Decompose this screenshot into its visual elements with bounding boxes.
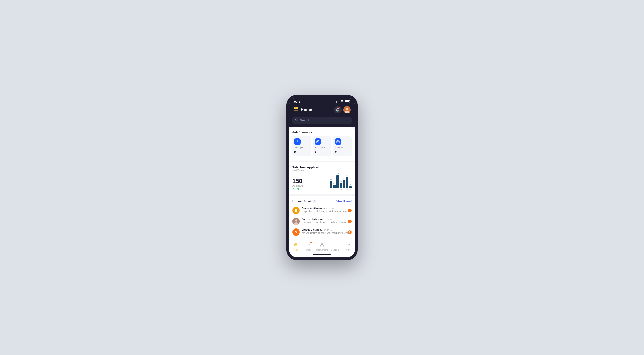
email-item-1[interactable]: Darlene Robertson 13:46 am I am writing … [292, 216, 352, 227]
svg-point-20 [294, 222, 298, 225]
applicants-left: 150 Applicant +76 [292, 178, 303, 190]
bar-col-2: 40 S [336, 173, 339, 190]
home-icon [294, 242, 298, 248]
total-job-card[interactable]: Total Job 2 [333, 136, 352, 156]
bar-col-1: 10 S [333, 182, 336, 190]
svg-rect-21 [295, 245, 296, 246]
email-name-row-0: Brooklyn Simmons 13:45 am [302, 207, 352, 210]
email-body-1: Darlene Robertson 13:46 am I am writing … [302, 218, 352, 224]
nav-more[interactable]: More [342, 242, 355, 251]
recruitment-icon [320, 242, 324, 248]
svg-rect-22 [307, 243, 311, 246]
email-preview-0: I hope this email finds you well. I am w… [302, 210, 352, 213]
notification-button[interactable] [334, 106, 342, 114]
wifi-icon [340, 100, 344, 103]
status-time: 9:41 [294, 100, 300, 103]
job-cards: Job Open 8 Job Closed [292, 136, 352, 156]
section-divider-2 [289, 194, 355, 196]
header-left: Home [293, 107, 312, 113]
email-body-0: Brooklyn Simmons 13:45 am I hope this em… [302, 207, 352, 213]
email-avatar-2: M [292, 228, 300, 236]
nav-calendar[interactable]: Calendar [329, 242, 342, 251]
nav-calendar-label: Calendar [331, 249, 340, 251]
header-title: Home [301, 108, 312, 112]
email-name-row-1: Darlene Robertson 13:46 am [302, 218, 352, 220]
email-time-2: 13:47 am [324, 229, 332, 231]
phone-device: 9:41 [286, 95, 358, 260]
job-closed-icon [315, 138, 321, 145]
applicants-label: Applicant [292, 184, 303, 187]
job-closed-card[interactable]: Job Closed 2 [313, 136, 332, 156]
nav-recruitment[interactable]: Recruitment [315, 242, 328, 251]
applicants-body: 150 Applicant +76 20 F [292, 173, 352, 190]
section-divider [289, 160, 355, 162]
email-name-0: Brooklyn Simmons [302, 207, 324, 210]
bar-col-3: 15 M [340, 181, 342, 190]
email-time-1: 13:46 am [326, 218, 334, 220]
view-unread-link[interactable]: View Unread [336, 200, 352, 203]
svg-point-30 [349, 244, 350, 245]
bar-col-0: 20 F [330, 179, 332, 190]
applicants-section: Total New Applicant Last 7 days 150 Appl… [289, 162, 355, 193]
header-right [334, 106, 351, 114]
status-icons [336, 100, 350, 103]
email-name-1: Darlene Robertson [302, 218, 324, 220]
job-summary-title: Job Summary [292, 130, 352, 134]
svg-rect-0 [294, 107, 296, 109]
svg-point-28 [346, 244, 347, 245]
job-summary-section: Job Summary Job Open 8 [289, 127, 355, 159]
email-title-row: Unread Email 3 [292, 200, 316, 203]
job-open-value: 8 [294, 150, 296, 154]
signal-icon [336, 100, 340, 103]
logo-icon [293, 107, 298, 113]
bar-col-6: 5 T [349, 184, 352, 190]
svg-line-14 [318, 142, 318, 142]
applicants-count: 150 [292, 178, 303, 184]
battery-icon [345, 100, 350, 103]
home-bar [313, 254, 331, 255]
svg-line-8 [297, 120, 298, 122]
email-section: Unread Email 3 View Unread B Brooklyn Si… [289, 196, 355, 240]
svg-point-6 [345, 111, 349, 114]
more-icon [346, 242, 350, 248]
email-body-2: Marvin McKinney 13:47 am Are you looking… [302, 228, 352, 234]
nav-inbox-label: Inbox [306, 249, 312, 251]
status-bar: 9:41 [289, 98, 355, 105]
applicants-title: Total New Applicant [292, 166, 320, 169]
svg-rect-24 [333, 243, 337, 246]
email-count-badge-1: 3 [348, 220, 352, 223]
email-item-2[interactable]: M Marvin McKinney 13:47 am Are you looki… [292, 227, 352, 238]
nav-home[interactable]: Home [289, 242, 302, 251]
email-item-0[interactable]: B Brooklyn Simmons 13:45 am I hope this … [292, 205, 352, 216]
search-placeholder: Search [300, 118, 310, 122]
email-avatar-1 [292, 218, 300, 225]
nav-inbox[interactable]: Inbox [302, 242, 315, 251]
inbox-icon [306, 242, 311, 248]
email-badge: 3 [313, 200, 316, 203]
job-open-card[interactable]: Job Open 8 [292, 136, 311, 156]
job-closed-value: 2 [315, 150, 316, 154]
phone-screen: 9:41 [289, 98, 355, 258]
job-open-label: Job Open [294, 146, 304, 149]
bar-col-4: 25 T [343, 178, 345, 190]
applicants-trend: +76 [292, 188, 303, 190]
bar-chart: 20 F 10 S 40 S [330, 173, 352, 190]
applicants-header: Total New Applicant Last 7 days [292, 166, 352, 172]
calendar-icon [333, 242, 338, 248]
svg-point-29 [348, 244, 349, 245]
email-count-badge-0: 2 [348, 209, 352, 212]
total-job-value: 2 [335, 150, 337, 154]
email-title: Unread Email [292, 200, 312, 203]
email-time-0: 13:45 am [326, 207, 335, 210]
job-closed-label: Job Closed [315, 146, 326, 149]
email-avatar-0: B [292, 207, 300, 214]
email-header: Unread Email 3 View Unread [292, 200, 352, 203]
svg-rect-1 [296, 107, 298, 109]
search-bar-wrap: Search [289, 117, 355, 127]
search-bar[interactable]: Search [292, 117, 352, 124]
avatar[interactable] [343, 106, 351, 114]
search-icon [295, 118, 298, 122]
total-job-label: Total Job [335, 146, 344, 149]
svg-rect-3 [296, 110, 298, 111]
bar-col-5: 35 W [346, 174, 348, 190]
